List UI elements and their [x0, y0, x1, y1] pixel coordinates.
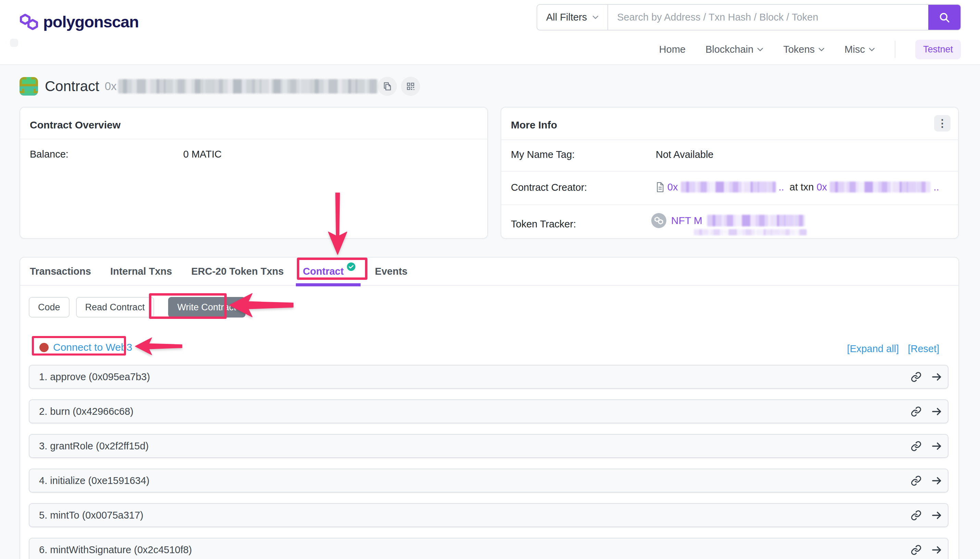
- function-row-icons: [911, 475, 942, 486]
- function-label: 6. mintWithSignature (0x2c4510f8): [39, 544, 192, 556]
- permalink-icon[interactable]: [911, 440, 922, 452]
- logo-wordmark: polygonscan: [43, 12, 139, 31]
- more-info-menu-button[interactable]: ⋮: [934, 115, 950, 132]
- page-title: Contract: [45, 78, 99, 94]
- permalink-icon[interactable]: [911, 475, 922, 486]
- token-name-redacted-line2: [694, 229, 807, 235]
- page: polygonscan All Filters Home: [0, 0, 980, 559]
- function-row-icons: [911, 440, 942, 452]
- more-info-card-title: More Info: [511, 119, 557, 131]
- reset-link[interactable]: [Reset]: [908, 343, 939, 354]
- nav-misc[interactable]: Misc: [845, 44, 875, 55]
- search-filter-dropdown[interactable]: All Filters: [537, 5, 608, 30]
- code-button[interactable]: Code: [29, 297, 69, 318]
- token-tracker-label: Token Tracker:: [511, 218, 576, 230]
- token-logo-icon: [651, 213, 667, 228]
- function-row-icons: [911, 510, 942, 521]
- tab-transactions[interactable]: Transactions: [30, 258, 91, 285]
- expand-arrow-icon[interactable]: [931, 510, 942, 521]
- name-tag-value: Not Available: [656, 149, 714, 160]
- permalink-icon[interactable]: [911, 371, 922, 383]
- polygonscan-logo[interactable]: polygonscan: [20, 12, 139, 31]
- overview-card-title: Contract Overview: [30, 119, 120, 131]
- creator-address-redacted: [681, 182, 776, 192]
- balance-label: Balance:: [30, 149, 68, 160]
- search-button[interactable]: [928, 5, 960, 30]
- contract-tabs-card: Transactions Internal Txns ERC-20 Token …: [20, 257, 959, 559]
- expand-arrow-icon[interactable]: [931, 544, 942, 556]
- expand-arrow-icon[interactable]: [931, 371, 942, 383]
- main-nav: Home Blockchain Tokens Misc Testnet: [659, 34, 961, 64]
- tab-erc20-token-txns[interactable]: ERC-20 Token Txns: [191, 258, 284, 285]
- write-contract-button[interactable]: Write Contract: [168, 297, 246, 318]
- nav-home-label: Home: [659, 44, 686, 55]
- tab-events[interactable]: Events: [375, 258, 408, 285]
- more-info-card: More Info ⋮ My Name Tag: Not Available C…: [501, 107, 959, 239]
- nav-blockchain-label: Blockchain: [705, 44, 753, 55]
- permalink-icon[interactable]: [911, 406, 922, 417]
- function-row-initialize[interactable]: 4. initialize (0xe1591634): [29, 468, 949, 493]
- function-row-mintwithsignature[interactable]: 6. mintWithSignature (0x2c4510f8): [29, 538, 949, 559]
- at-txn-text: at txn: [790, 182, 814, 193]
- tab-internal-txns[interactable]: Internal Txns: [110, 258, 172, 285]
- name-tag-label: My Name Tag:: [511, 149, 574, 160]
- token-tracker-value[interactable]: NFT M: [651, 213, 805, 228]
- chevron-down-icon: [757, 48, 763, 51]
- permalink-icon[interactable]: [911, 544, 922, 556]
- contract-avatar: [20, 77, 38, 96]
- function-row-icons: [911, 406, 942, 417]
- panel-links: [Expand all] [Reset]: [847, 343, 939, 354]
- nav-tokens-label: Tokens: [783, 44, 815, 55]
- page-title-row: Contract 0x: [20, 76, 420, 97]
- expand-arrow-icon[interactable]: [931, 440, 942, 452]
- search-icon: [939, 12, 950, 23]
- function-label: 4. initialize (0xe1591634): [39, 475, 149, 486]
- function-row-icons: [911, 371, 942, 383]
- balance-value: 0 MATIC: [183, 149, 221, 160]
- function-row-icons: [911, 544, 942, 556]
- search-bar: All Filters: [536, 4, 961, 30]
- polygon-token-icon: [654, 217, 663, 225]
- copy-address-button[interactable]: [378, 77, 397, 96]
- header-placeholder-block: [10, 39, 18, 47]
- creation-txn-ellipsis: ..: [934, 182, 939, 193]
- network-badge[interactable]: Testnet: [915, 40, 961, 59]
- nav-blockchain[interactable]: Blockchain: [705, 44, 763, 55]
- verified-check-icon: [346, 262, 356, 273]
- contract-creator-label: Contract Creator:: [511, 182, 587, 193]
- divider: [501, 139, 958, 140]
- function-row-mintto[interactable]: 5. mintTo (0x0075a317): [29, 503, 949, 527]
- expand-all-link[interactable]: [Expand all]: [847, 343, 899, 354]
- function-row-grantrole[interactable]: 3. grantRole (0x2f2ff15d): [29, 434, 949, 458]
- copy-icon: [382, 81, 393, 91]
- tab-contract[interactable]: Contract: [303, 257, 356, 285]
- qr-code-button[interactable]: [401, 77, 420, 96]
- creation-txn-link[interactable]: 0x: [817, 182, 827, 193]
- function-label: 2. burn (0x42966c68): [39, 406, 134, 417]
- function-row-approve[interactable]: 1. approve (0x095ea7b3): [29, 365, 949, 389]
- creator-address-link[interactable]: 0x: [667, 182, 678, 193]
- chevron-down-icon: [869, 48, 875, 51]
- expand-arrow-icon[interactable]: [931, 475, 942, 486]
- function-label: 5. mintTo (0x0075a317): [39, 510, 144, 521]
- token-name-redacted: [707, 215, 805, 227]
- contract-overview-card: Contract Overview Balance: 0 MATIC: [20, 107, 488, 239]
- nav-tokens[interactable]: Tokens: [783, 44, 825, 55]
- nav-home[interactable]: Home: [659, 44, 686, 55]
- site-header: polygonscan All Filters Home: [0, 0, 980, 65]
- function-row-burn[interactable]: 2. burn (0x42966c68): [29, 399, 949, 423]
- connect-to-web3-link[interactable]: Connect to Web3: [40, 341, 132, 353]
- polygon-logo-icon: [20, 13, 38, 30]
- connect-to-web3-label: Connect to Web3: [53, 341, 132, 353]
- expand-arrow-icon[interactable]: [931, 406, 942, 417]
- read-contract-button[interactable]: Read Contract: [76, 297, 154, 318]
- divider: [501, 171, 958, 172]
- creator-address-ellipsis: ..: [779, 182, 784, 193]
- function-label: 1. approve (0x095ea7b3): [39, 371, 150, 383]
- search-input[interactable]: [608, 5, 928, 30]
- function-label: 3. grantRole (0x2f2ff15d): [39, 440, 148, 452]
- permalink-icon[interactable]: [911, 510, 922, 521]
- tabs-row: Transactions Internal Txns ERC-20 Token …: [20, 258, 959, 286]
- contract-subnav: Code Read Contract Write Contract: [29, 297, 246, 318]
- contract-address-redacted: [118, 79, 378, 94]
